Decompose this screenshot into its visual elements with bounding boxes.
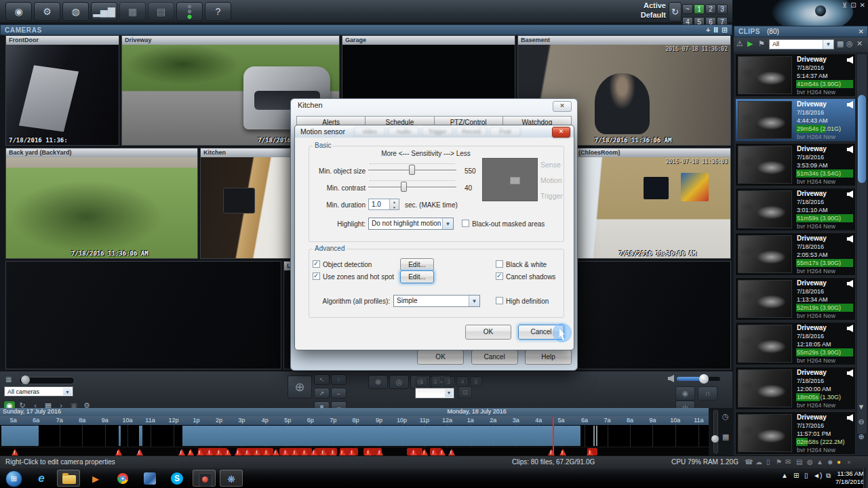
preset-go-button[interactable]: ⊡	[458, 386, 472, 399]
profile-1[interactable]: 1	[694, 4, 705, 14]
ok-button[interactable]: OK	[465, 325, 511, 340]
volume-knob[interactable]	[699, 374, 709, 384]
alert-triangle-icon[interactable]	[311, 449, 317, 455]
info-icon[interactable]: ◍	[807, 458, 813, 466]
ok-button[interactable]: OK	[417, 350, 464, 365]
cancel-button[interactable]: Cancel	[471, 350, 518, 365]
flag-icon[interactable]: ⚑	[776, 458, 782, 466]
clip-item[interactable]: Driveway 7/18/2016 2:05:53 AM 55m17s (3.…	[735, 232, 856, 276]
black-white-checkbox[interactable]	[496, 260, 503, 268]
maximize-icon[interactable]: ⊞	[722, 26, 728, 34]
alert-triangle-icon[interactable]	[448, 449, 455, 455]
alert-triangle-icon[interactable]	[244, 449, 251, 455]
alert-triangle-icon[interactable]	[206, 449, 213, 455]
alert-triangle-icon[interactable]	[136, 449, 143, 455]
timeline-zoom-knob[interactable]	[711, 435, 719, 443]
alert-triangle-icon[interactable]	[339, 449, 346, 455]
clip-item[interactable]: Driveway 7/18/2016 12:18:05 AM 55m29s (3…	[735, 322, 856, 365]
clip-item[interactable]: Driveway 7/17/2016 11:57:01 PM 02m58s (2…	[735, 411, 856, 455]
taskbar-file-explorer[interactable]	[57, 470, 80, 487]
alert-triangle-icon[interactable]	[431, 449, 437, 455]
web-server-icon[interactable]: ◍	[62, 2, 89, 21]
idle-dot-icon[interactable]: ●	[847, 458, 851, 466]
slider-knob[interactable]	[21, 375, 30, 384]
alert-triangle-icon[interactable]	[254, 449, 260, 455]
show-hidden-icon[interactable]: ▲	[781, 472, 788, 479]
alert-triangle-icon[interactable]	[224, 449, 231, 455]
close-icon[interactable]: ✕	[860, 1, 865, 9]
camera-tile-frontdoor[interactable]: FrontDoor 7/18/2016 11:36:	[5, 35, 119, 146]
volume-slider[interactable]	[677, 377, 720, 381]
clip-item[interactable]: Driveway 7/18/2016 3:01:10 AM 51m59s (3.…	[735, 188, 856, 231]
camera-tile-chloesroom[interactable]: (ChloesRoom) 2016-07-18 11:36:03 7/18/20…	[575, 148, 731, 259]
alerts-filter-icon[interactable]: ⚠	[736, 39, 743, 48]
preset-dropdown[interactable]: ▼	[415, 388, 454, 399]
ptz-arrow-button[interactable]: ↑	[331, 374, 347, 385]
camera-tile-unlabeled-right[interactable]	[577, 261, 731, 369]
flag-filter-icon[interactable]: ⚑	[758, 39, 765, 48]
close-icon[interactable]: ✕	[859, 28, 864, 35]
start-button[interactable]: ⊞	[5, 470, 22, 487]
clip-item[interactable]: Driveway 7/18/2016 3:53:09 AM 51m34s (3.…	[735, 143, 856, 186]
alert-triangle-icon[interactable]	[12, 449, 18, 455]
speaker-out-icon[interactable]: ◉	[675, 386, 695, 401]
fullscreen-icon[interactable]: ⊡	[850, 1, 856, 9]
camera-tile-unlabeled-left[interactable]	[5, 261, 281, 369]
algorithm-dropdown[interactable]: Simple▼	[393, 295, 480, 307]
warning-icon[interactable]: ▲	[816, 458, 823, 466]
taskbar-skype[interactable]: S	[165, 470, 189, 487]
taskbar-media-player[interactable]: ▶	[84, 470, 107, 487]
timeline-playhead[interactable]	[553, 417, 554, 455]
timeline[interactable]: Sunday, 17 July 2016 Monday, 18 July 201…	[0, 408, 732, 455]
webcam-icon[interactable]: ◉	[5, 2, 32, 21]
blackout-checkbox[interactable]	[462, 220, 469, 227]
traffic-signal-icon[interactable]	[176, 2, 203, 21]
filmstrip-icon[interactable]: ▤	[148, 2, 174, 21]
play-clip-icon[interactable]: ▶	[747, 39, 753, 48]
alert-triangle-icon[interactable]	[282, 449, 289, 455]
alert-triangle-icon[interactable]	[349, 449, 355, 455]
scroll-down-icon[interactable]: ▼	[856, 403, 866, 411]
high-definition-checkbox[interactable]	[496, 297, 503, 304]
cancel-shadows-checkbox[interactable]	[496, 272, 503, 280]
iris-icon[interactable]: ◎	[389, 375, 409, 389]
ptz-arrow-button[interactable]: ←	[331, 388, 347, 399]
close-icon[interactable]: ✕	[552, 127, 570, 138]
alert-triangle-icon[interactable]	[410, 449, 417, 455]
taskbar-clock[interactable]: 11:36 AM 7/18/2016	[835, 470, 864, 486]
alert-triangle-icon[interactable]	[365, 449, 372, 455]
spinner-arrows[interactable]: ▲▼	[389, 199, 399, 209]
help-icon[interactable]: ?	[205, 2, 231, 21]
alert-triangle-icon[interactable]	[115, 449, 122, 455]
minimize-to-tray-icon[interactable]: ⊻	[842, 1, 847, 9]
object-detection-checkbox[interactable]	[313, 260, 320, 268]
camera-tile-backyard[interactable]: Back yard (BackYard) 7/18/2016 11:36:06 …	[5, 148, 198, 259]
camera-select-dropdown[interactable]: All cameras▼	[4, 386, 73, 396]
clip-item[interactable]: Driveway 7/18/2016 12:00:00 AM 18m05s (1…	[735, 367, 856, 410]
alert-triangle-icon[interactable]	[263, 449, 270, 455]
clips-scrollbar[interactable]	[856, 54, 867, 434]
scrollbar-thumb[interactable]	[858, 95, 866, 183]
phone-icon[interactable]: ☎	[745, 458, 753, 466]
taskbar-chrome[interactable]	[111, 470, 134, 487]
alert-triangle-icon[interactable]	[178, 449, 185, 455]
alert-triangle-icon[interactable]	[235, 449, 241, 455]
snapshot-icon[interactable]: ▦	[119, 2, 146, 21]
min-contrast-slider[interactable]	[368, 180, 456, 192]
alert-triangle-icon[interactable]	[273, 449, 279, 455]
film-icon[interactable]: ▤	[796, 458, 802, 466]
ptz-target-button[interactable]: ⊕	[288, 375, 312, 399]
volume-icon[interactable]: ◄)	[813, 472, 822, 479]
delete-icon[interactable]: ✕	[856, 39, 863, 48]
alert-triangle-icon[interactable]	[216, 449, 222, 455]
highlight-dropdown[interactable]: Do not highlight motion▼	[368, 218, 454, 230]
timeline-zoom-track[interactable]	[713, 410, 718, 453]
pause-icon[interactable]: Ⅱ	[713, 26, 719, 34]
clock-icon[interactable]: ◷	[722, 412, 729, 421]
windows-update-icon[interactable]: ⊞	[793, 472, 799, 479]
network-icon[interactable]: ⧉	[826, 472, 831, 480]
settings-icon[interactable]: ⚙	[34, 2, 60, 21]
edit-zones-button[interactable]: Edit...	[400, 270, 434, 283]
slider-thumb[interactable]	[409, 165, 415, 175]
clip-item[interactable]: Driveway 7/18/2016 5:14:37 AM 41m54s (3.…	[735, 54, 856, 97]
